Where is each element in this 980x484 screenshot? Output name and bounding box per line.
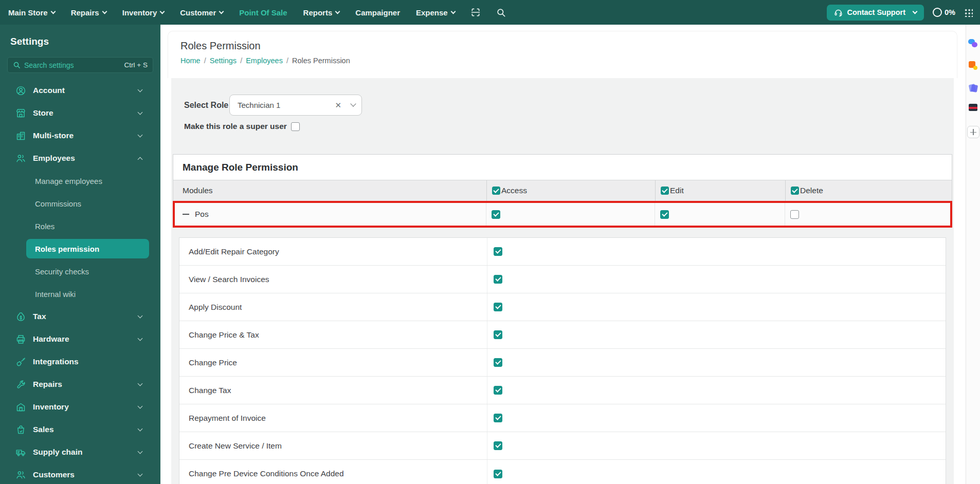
collapse-icon[interactable] <box>183 214 189 215</box>
chevron-up-icon <box>138 157 143 162</box>
breadcrumb-settings[interactable]: Settings <box>210 57 237 65</box>
sidebar-item-label: Sales <box>33 425 135 434</box>
orange-app-icon[interactable] <box>968 61 978 71</box>
permission-checkbox[interactable] <box>494 414 502 422</box>
nav-inventory[interactable]: Inventory <box>122 8 165 17</box>
nav-point-of-sale[interactable]: Point Of Sale <box>239 8 287 17</box>
search-input[interactable] <box>24 61 121 69</box>
sidebar-item-integrations[interactable]: Integrations <box>0 350 160 373</box>
role-select[interactable]: Technician 1 ✕ <box>229 95 362 116</box>
sidebar-item-store[interactable]: Store <box>0 102 160 124</box>
permission-label: Add/Edit Repair Category <box>189 247 279 256</box>
chevron-down-icon <box>450 9 456 14</box>
nav-repairs[interactable]: Repairs <box>71 8 106 17</box>
search-icon[interactable] <box>496 8 506 17</box>
sales-icon <box>15 424 26 435</box>
delete-column-checkbox[interactable] <box>791 187 799 195</box>
pos-edit-checkbox[interactable] <box>660 210 669 219</box>
sidebar-item-label: Tax <box>33 312 135 321</box>
search-shortcut: Ctrl + S <box>124 61 148 69</box>
edit-column-checkbox[interactable] <box>661 187 669 195</box>
sidebar-item-label: Account <box>33 86 135 95</box>
permission-label: Change Price <box>189 358 237 367</box>
sidebar-menu: Account Store Multi-store Employees Mana… <box>0 79 160 484</box>
add-icon[interactable] <box>967 126 979 138</box>
sidebar-item-multi-store[interactable]: Multi-store <box>0 124 160 147</box>
chevron-down-icon <box>219 9 224 14</box>
sidebar-item-security-checks[interactable]: Security checks <box>0 260 160 283</box>
sidebar-item-tax[interactable]: Tax <box>0 305 160 328</box>
sidebar-item-employees[interactable]: Employees <box>0 147 160 170</box>
permission-row: Change Price & Tax <box>179 321 946 349</box>
sidebar-item-internal-wiki[interactable]: Internal wiki <box>0 283 160 305</box>
sidebar-item-manage-employees[interactable]: Manage employees <box>0 170 160 192</box>
super-user-checkbox[interactable] <box>291 122 300 131</box>
scan-icon[interactable] <box>470 7 481 17</box>
breadcrumb-home[interactable]: Home <box>180 57 201 65</box>
app-screen: Main Store Repairs Inventory Customer Po… <box>0 0 980 484</box>
sidebar-item-roles-permission[interactable]: Roles permission <box>26 239 149 258</box>
employees-icon <box>15 153 26 164</box>
chevron-down-icon <box>138 381 143 386</box>
sidebar-item-label: Supply chain <box>33 448 135 457</box>
chevron-down-icon <box>913 9 918 14</box>
nav-main-store[interactable]: Main Store <box>8 8 55 17</box>
sidebar-item-customers[interactable]: Customers <box>0 463 160 484</box>
pos-delete-checkbox[interactable] <box>790 210 799 219</box>
book-icon[interactable] <box>968 102 978 113</box>
sidebar-item-inventory[interactable]: Inventory <box>0 396 160 418</box>
breadcrumb-employees[interactable]: Employees <box>246 57 283 65</box>
module-cell: Pos <box>175 203 486 226</box>
nav-label: Campaigner <box>355 8 400 17</box>
access-column-checkbox[interactable] <box>492 187 500 195</box>
permission-checkbox[interactable] <box>494 303 502 311</box>
settings-search[interactable]: Ctrl + S <box>7 57 153 73</box>
chat-icon[interactable] <box>968 39 978 49</box>
usage-indicator[interactable]: 0% <box>933 8 955 17</box>
breadcrumb-current: Roles Permission <box>292 57 350 65</box>
pos-access-checkbox[interactable] <box>492 210 500 219</box>
permission-checkbox[interactable] <box>494 441 502 450</box>
permission-checkbox[interactable] <box>494 386 502 395</box>
sidebar-item-hardware[interactable]: Hardware <box>0 328 160 350</box>
module-row-pos-highlighted[interactable]: Pos <box>173 201 952 228</box>
nav-campaigner[interactable]: Campaigner <box>355 8 400 17</box>
sidebar-item-label: Employees <box>33 154 135 163</box>
nav-label: Reports <box>303 8 333 17</box>
nav-customer[interactable]: Customer <box>180 8 223 17</box>
permission-checkbox[interactable] <box>494 358 502 367</box>
nav-label: Customer <box>180 8 216 17</box>
permission-checkbox[interactable] <box>494 470 502 478</box>
nav-expense[interactable]: Expense <box>416 8 455 17</box>
nav-reports[interactable]: Reports <box>303 8 340 17</box>
sidebar-subitem-label: Roles permission <box>35 245 99 253</box>
apps-grid-icon[interactable] <box>964 8 973 17</box>
sidebar-item-commissions[interactable]: Commissions <box>0 192 160 215</box>
page-title: Roles Permission <box>168 31 957 52</box>
chevron-down-icon <box>335 9 340 14</box>
module-label: Pos <box>195 210 209 219</box>
permission-checkbox[interactable] <box>494 330 502 339</box>
sidebar-item-supply-chain[interactable]: Supply chain <box>0 441 160 463</box>
delete-header-label: Delete <box>800 186 823 195</box>
headset-icon <box>834 8 843 17</box>
card-title: Manage Role Permission <box>173 155 952 180</box>
permission-checkbox[interactable] <box>494 275 502 284</box>
permission-label: Create New Service / Item <box>189 441 282 451</box>
permission-label: Apply Discount <box>189 303 242 312</box>
sidebar-item-sales[interactable]: Sales <box>0 418 160 441</box>
sub-permissions-table: Add/Edit Repair Category View / Search I… <box>179 237 946 484</box>
chevron-down-icon <box>138 449 143 454</box>
page-header: Roles Permission Home / Settings / Emplo… <box>168 31 957 78</box>
sidebar-item-account[interactable]: Account <box>0 79 160 102</box>
permission-checkbox[interactable] <box>494 247 502 256</box>
breadcrumb-separator: / <box>240 57 242 65</box>
clear-icon[interactable]: ✕ <box>335 101 341 110</box>
sidebar-item-roles[interactable]: Roles <box>0 215 160 237</box>
chevron-down-icon <box>138 426 143 431</box>
permission-row: Apply Discount <box>179 293 946 321</box>
sidebar-item-repairs[interactable]: Repairs <box>0 373 160 396</box>
contact-support-button[interactable]: Contact Support <box>827 5 924 21</box>
usage-percent: 0% <box>945 8 955 16</box>
cards-icon[interactable] <box>968 83 978 94</box>
